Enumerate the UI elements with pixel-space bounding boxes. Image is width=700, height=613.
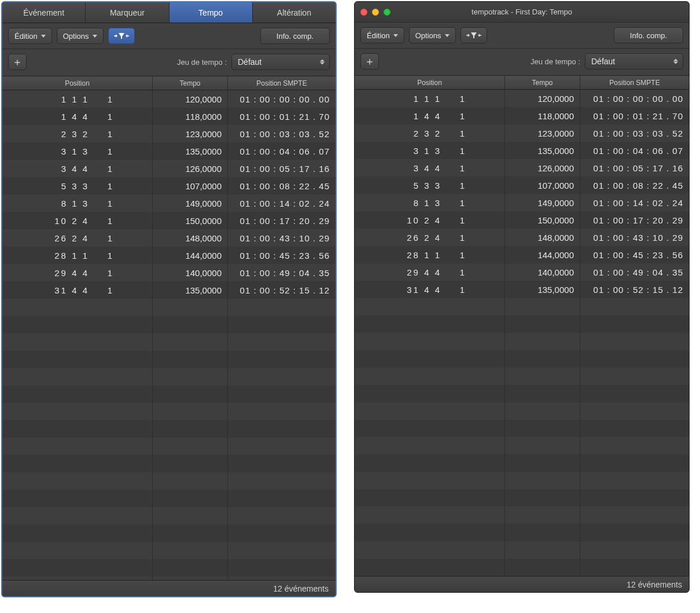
table-row[interactable]: 3 1 31135,000001 : 00 : 04 : 06 . 07 xyxy=(355,142,689,159)
cell-position[interactable]: 31 4 41 xyxy=(2,281,153,299)
cell-position[interactable]: 3 4 41 xyxy=(2,160,153,177)
cell-smpte[interactable]: 01 : 00 : 03 : 03 . 52 xyxy=(580,124,689,142)
col-header-smpte[interactable]: Position SMPTE xyxy=(228,76,336,90)
cell-smpte[interactable]: 01 : 00 : 04 : 06 . 07 xyxy=(228,142,336,160)
cell-smpte[interactable]: 01 : 00 : 45 : 23 . 56 xyxy=(228,247,336,264)
table-row[interactable]: 10 2 41150,000001 : 00 : 17 : 20 . 29 xyxy=(355,211,689,229)
cell-position[interactable]: 8 1 31 xyxy=(355,194,505,211)
cell-position[interactable]: 5 3 31 xyxy=(2,177,153,194)
cell-position[interactable]: 3 1 31 xyxy=(2,142,153,160)
cell-smpte[interactable]: 01 : 00 : 01 : 21 . 70 xyxy=(580,107,689,124)
cell-smpte[interactable]: 01 : 00 : 01 : 21 . 70 xyxy=(228,108,336,125)
cell-position[interactable]: 28 1 11 xyxy=(2,247,153,264)
cell-position[interactable]: 29 4 41 xyxy=(2,264,153,281)
info-comp-button[interactable]: Info. comp. xyxy=(260,28,330,44)
table-body[interactable]: 1 1 11120,000001 : 00 : 00 : 00 . 001 4 … xyxy=(355,90,689,576)
cell-smpte[interactable]: 01 : 00 : 43 : 10 . 29 xyxy=(580,229,689,246)
col-header-position[interactable]: Position xyxy=(355,76,505,89)
options-menu[interactable]: Options xyxy=(57,28,104,44)
cell-tempo[interactable]: 149,0000 xyxy=(153,194,228,212)
cell-position[interactable]: 1 1 11 xyxy=(355,90,505,107)
cell-tempo[interactable]: 140,0000 xyxy=(153,264,228,281)
cell-smpte[interactable]: 01 : 00 : 08 : 22 . 45 xyxy=(580,177,689,194)
cell-position[interactable]: 5 3 31 xyxy=(355,177,505,194)
cell-position[interactable]: 29 4 41 xyxy=(355,263,505,281)
col-header-smpte[interactable]: Position SMPTE xyxy=(580,76,689,89)
cell-smpte[interactable]: 01 : 00 : 45 : 23 . 56 xyxy=(580,246,689,263)
table-row[interactable]: 10 2 41150,000001 : 00 : 17 : 20 . 29 xyxy=(2,212,336,229)
cell-tempo[interactable]: 150,0000 xyxy=(153,212,228,229)
cell-position[interactable]: 26 2 41 xyxy=(355,229,505,246)
options-menu[interactable]: Options xyxy=(409,27,456,43)
filter-button[interactable] xyxy=(460,27,487,43)
col-header-tempo[interactable]: Tempo xyxy=(153,76,228,90)
cell-smpte[interactable]: 01 : 00 : 14 : 02 . 24 xyxy=(580,194,689,211)
cell-smpte[interactable]: 01 : 00 : 49 : 04 . 35 xyxy=(228,264,336,281)
table-row[interactable]: 31 4 41135,000001 : 00 : 52 : 15 . 12 xyxy=(355,281,689,298)
table-row[interactable]: 31 4 41135,000001 : 00 : 52 : 15 . 12 xyxy=(2,281,336,299)
close-icon[interactable] xyxy=(360,9,367,16)
cell-position[interactable]: 3 4 41 xyxy=(355,159,505,177)
table-row[interactable]: 1 4 41118,000001 : 00 : 01 : 21 . 70 xyxy=(355,107,689,124)
tempo-set-select[interactable]: Défaut xyxy=(231,54,330,70)
table-row[interactable]: 1 1 11120,000001 : 00 : 00 : 00 . 00 xyxy=(2,90,336,108)
tab-marqueur[interactable]: Marqueur xyxy=(86,2,169,23)
table-row[interactable]: 1 4 41118,000001 : 00 : 01 : 21 . 70 xyxy=(2,108,336,125)
cell-tempo[interactable]: 140,0000 xyxy=(505,263,580,281)
cell-tempo[interactable]: 135,0000 xyxy=(505,142,580,159)
col-header-tempo[interactable]: Tempo xyxy=(505,76,580,89)
edition-menu[interactable]: Édition xyxy=(360,27,404,43)
table-row[interactable]: 29 4 41140,000001 : 00 : 49 : 04 . 35 xyxy=(2,264,336,281)
table-row[interactable]: 28 1 11144,000001 : 00 : 45 : 23 . 56 xyxy=(355,246,689,263)
info-comp-button[interactable]: Info. comp. xyxy=(614,27,683,43)
cell-tempo[interactable]: 118,0000 xyxy=(505,107,580,124)
table-row[interactable]: 2 3 21123,000001 : 00 : 03 : 03 . 52 xyxy=(355,124,689,142)
cell-tempo[interactable]: 123,0000 xyxy=(153,125,228,142)
cell-smpte[interactable]: 01 : 00 : 00 : 00 . 00 xyxy=(580,90,689,107)
minimize-icon[interactable] xyxy=(372,9,379,16)
cell-smpte[interactable]: 01 : 00 : 03 : 03 . 52 xyxy=(228,125,336,142)
cell-smpte[interactable]: 01 : 00 : 52 : 15 . 12 xyxy=(228,281,336,299)
cell-smpte[interactable]: 01 : 00 : 05 : 17 . 16 xyxy=(228,160,336,177)
cell-position[interactable]: 1 4 41 xyxy=(2,108,153,125)
cell-tempo[interactable]: 149,0000 xyxy=(505,194,580,211)
maximize-icon[interactable] xyxy=(384,9,390,16)
cell-position[interactable]: 10 2 41 xyxy=(355,211,505,229)
cell-position[interactable]: 2 3 21 xyxy=(355,124,505,142)
cell-tempo[interactable]: 135,0000 xyxy=(153,281,228,299)
titlebar[interactable]: tempotrack - First Day: Tempo xyxy=(355,2,689,23)
table-row[interactable]: 3 4 41126,000001 : 00 : 05 : 17 . 16 xyxy=(355,159,689,177)
table-row[interactable]: 26 2 41148,000001 : 00 : 43 : 10 . 29 xyxy=(355,229,689,246)
cell-tempo[interactable]: 150,0000 xyxy=(505,211,580,229)
add-button[interactable]: ＋ xyxy=(8,54,27,70)
cell-smpte[interactable]: 01 : 00 : 14 : 02 . 24 xyxy=(228,194,336,212)
cell-smpte[interactable]: 01 : 00 : 17 : 20 . 29 xyxy=(580,211,689,229)
cell-position[interactable]: 28 1 11 xyxy=(355,246,505,263)
cell-tempo[interactable]: 144,0000 xyxy=(153,247,228,264)
cell-smpte[interactable]: 01 : 00 : 00 : 00 . 00 xyxy=(228,90,336,108)
cell-position[interactable]: 3 1 31 xyxy=(355,142,505,159)
table-row[interactable]: 26 2 41148,000001 : 00 : 43 : 10 . 29 xyxy=(2,229,336,247)
table-row[interactable]: 8 1 31149,000001 : 00 : 14 : 02 . 24 xyxy=(2,194,336,212)
cell-tempo[interactable]: 118,0000 xyxy=(153,108,228,125)
cell-tempo[interactable]: 126,0000 xyxy=(505,159,580,177)
cell-smpte[interactable]: 01 : 00 : 05 : 17 . 16 xyxy=(580,159,689,177)
table-row[interactable]: 29 4 41140,000001 : 00 : 49 : 04 . 35 xyxy=(355,263,689,281)
table-row[interactable]: 3 4 41126,000001 : 00 : 05 : 17 . 16 xyxy=(2,160,336,177)
cell-smpte[interactable]: 01 : 00 : 04 : 06 . 07 xyxy=(580,142,689,159)
tab-evenement[interactable]: Événement xyxy=(2,2,86,23)
table-row[interactable]: 5 3 31107,000001 : 00 : 08 : 22 . 45 xyxy=(2,177,336,194)
cell-position[interactable]: 2 3 21 xyxy=(2,125,153,142)
add-button[interactable]: ＋ xyxy=(360,53,379,69)
cell-tempo[interactable]: 123,0000 xyxy=(505,124,580,142)
cell-smpte[interactable]: 01 : 00 : 17 : 20 . 29 xyxy=(228,212,336,229)
tab-alteration[interactable]: Altération xyxy=(253,2,336,23)
cell-tempo[interactable]: 126,0000 xyxy=(153,160,228,177)
cell-smpte[interactable]: 01 : 00 : 43 : 10 . 29 xyxy=(228,229,336,247)
cell-smpte[interactable]: 01 : 00 : 49 : 04 . 35 xyxy=(580,263,689,281)
cell-position[interactable]: 31 4 41 xyxy=(355,281,505,298)
table-row[interactable]: 8 1 31149,000001 : 00 : 14 : 02 . 24 xyxy=(355,194,689,211)
cell-tempo[interactable]: 107,0000 xyxy=(153,177,228,194)
cell-tempo[interactable]: 144,0000 xyxy=(505,246,580,263)
table-body[interactable]: 1 1 11120,000001 : 00 : 00 : 00 . 001 4 … xyxy=(2,90,336,580)
